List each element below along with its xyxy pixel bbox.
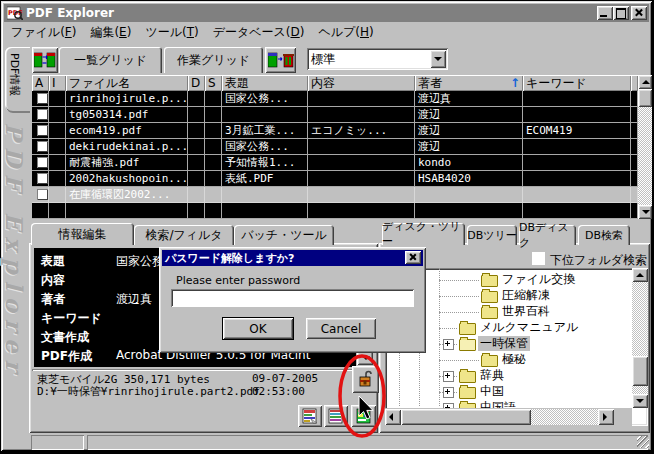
cell-author[interactable]: 渡辺 [415, 139, 523, 155]
row-checkbox[interactable] [37, 189, 48, 200]
cell-d[interactable] [188, 139, 205, 155]
cell-content[interactable]: エコノミッ... [308, 123, 415, 139]
tree-item-辞典[interactable]: 辞典 [385, 368, 630, 384]
column-header-著者[interactable]: 著者↑ [415, 75, 523, 91]
cell-keyword[interactable] [523, 91, 631, 107]
scroll-up-button[interactable] [632, 268, 648, 282]
scroll-left-button[interactable] [385, 409, 401, 425]
cell-d[interactable] [188, 203, 205, 219]
cell-title[interactable] [222, 203, 308, 219]
expand-plus-box[interactable] [443, 339, 454, 350]
password-input[interactable] [171, 289, 414, 307]
cell-s[interactable] [205, 171, 222, 187]
grid-transfer-button[interactable] [32, 47, 58, 73]
cell-content[interactable] [308, 107, 415, 123]
cell-chk[interactable] [32, 123, 49, 139]
cell-icon[interactable] [49, 123, 66, 139]
cell-chk[interactable] [32, 91, 49, 107]
cell-d[interactable] [188, 107, 205, 123]
list-grid-tab-button[interactable]: 一覧グリッド [59, 47, 162, 73]
cell-d[interactable] [188, 187, 205, 203]
cell-content[interactable] [308, 139, 415, 155]
grid-row-7[interactable] [32, 203, 638, 219]
cell-chk[interactable] [32, 171, 49, 187]
cell-chk[interactable] [32, 155, 49, 171]
cell-file[interactable]: dekirudekinai.p... [66, 139, 188, 155]
row-checkbox[interactable] [37, 109, 48, 120]
cell-title[interactable]: 国家公務... [222, 139, 308, 155]
grid-row-6[interactable]: 在庫循環図2002... [32, 187, 638, 203]
tab-情報編集[interactable]: 情報編集 [31, 223, 134, 245]
grid-row-2[interactable]: ecom419.pdf3月鉱工業...エコノミッ...渡辺ECOM419 [32, 123, 638, 139]
field-value[interactable]: 渡辺真 [116, 291, 152, 308]
tab-DBツリー[interactable]: DBツリー [467, 225, 517, 245]
scroll-up-button[interactable] [638, 75, 652, 89]
ok-button[interactable]: OK [223, 318, 293, 339]
cell-title[interactable]: 国家公務... [222, 91, 308, 107]
menu-item-4[interactable]: ヘルプ(H) [311, 23, 380, 42]
cell-icon[interactable] [49, 107, 66, 123]
report-tool-button-2[interactable] [324, 405, 348, 427]
scroll-down-button[interactable] [632, 394, 648, 408]
cell-chk[interactable] [32, 187, 49, 203]
cell-d[interactable] [188, 155, 205, 171]
grid-row-4[interactable]: 耐震補強.pdf予知情報1...kondo [32, 155, 638, 171]
cell-icon[interactable] [49, 91, 66, 107]
grid-row-0[interactable]: rinrihojirule.p...国家公務...渡辺真 [32, 91, 638, 107]
scroll-thumb[interactable] [632, 356, 648, 386]
scroll-right-button[interactable] [598, 409, 614, 425]
scroll-down-button[interactable] [638, 205, 652, 219]
tree-item-label[interactable]: 極秘 [500, 352, 528, 367]
column-header-extra[interactable] [631, 75, 638, 91]
subfolder-search-checkbox[interactable] [532, 252, 545, 265]
grid-row-3[interactable]: dekirudekinai.p...国家公務...渡辺 [32, 139, 638, 155]
grid-row-1[interactable]: tg050314.pdf渡辺 [32, 107, 638, 123]
cell-author[interactable]: kondo [415, 155, 523, 171]
resize-grip[interactable] [637, 436, 649, 448]
cell-title[interactable]: 表紙.PDF [222, 171, 308, 187]
column-header-キーワード[interactable]: キーワード [523, 75, 631, 91]
cell-extra[interactable] [631, 123, 638, 139]
tab-検索/フィルタ[interactable]: 検索/フィルタ [134, 225, 234, 245]
combobox-dropdown-button[interactable] [430, 50, 446, 68]
cell-d[interactable] [188, 171, 205, 187]
cell-d[interactable] [188, 91, 205, 107]
cell-author[interactable]: 渡辺 [415, 123, 523, 139]
cell-title[interactable] [222, 107, 308, 123]
cell-author[interactable]: 渡辺真 [415, 91, 523, 107]
tree-item-label[interactable]: 中国 [478, 384, 506, 399]
cell-extra[interactable] [631, 139, 638, 155]
cell-extra[interactable] [631, 91, 638, 107]
work-grid-tab-button[interactable]: 作業グリッド [164, 47, 263, 73]
cell-icon[interactable] [49, 203, 66, 219]
dialog-title-bar[interactable]: パスワード解除しますか? [162, 250, 423, 266]
cell-keyword[interactable] [523, 107, 631, 123]
grid-row-5[interactable]: 2002hakushopoin...表紙.PDFHSAB4020 [32, 171, 638, 187]
maximize-button[interactable] [613, 6, 629, 20]
cell-icon[interactable] [49, 171, 66, 187]
cell-keyword[interactable] [523, 187, 631, 203]
tab-バッチ・ツール[interactable]: バッチ・ツール [234, 225, 334, 245]
tree-item-label[interactable]: メルクマニュアル [478, 320, 580, 335]
row-checkbox[interactable] [37, 125, 48, 136]
minimize-button[interactable] [597, 6, 613, 20]
menu-item-0[interactable]: ファイル(F) [4, 23, 83, 42]
cell-content[interactable] [308, 187, 415, 203]
cell-chk[interactable] [32, 107, 49, 123]
cell-author[interactable]: 渡辺 [415, 107, 523, 123]
tree-item-label[interactable]: 世界百科 [500, 304, 552, 319]
column-header-D[interactable]: D [188, 75, 205, 91]
cell-extra[interactable] [631, 187, 638, 203]
tab-ディスク・ツリー[interactable]: ディスク・ツリー [382, 223, 465, 245]
cell-author[interactable] [415, 187, 523, 203]
cell-keyword[interactable] [523, 139, 631, 155]
cell-author[interactable]: HSAB4020 [415, 171, 523, 187]
cell-s[interactable] [205, 91, 222, 107]
cell-author[interactable] [415, 203, 523, 219]
cell-file[interactable]: ecom419.pdf [66, 123, 188, 139]
row-checkbox[interactable] [37, 157, 48, 168]
tree-item-label[interactable]: 圧縮解凍 [500, 288, 552, 303]
cell-file[interactable]: rinrihojirule.p... [66, 91, 188, 107]
menu-item-1[interactable]: 編集(E) [83, 23, 138, 42]
column-header-内容[interactable]: 内容 [308, 75, 415, 91]
